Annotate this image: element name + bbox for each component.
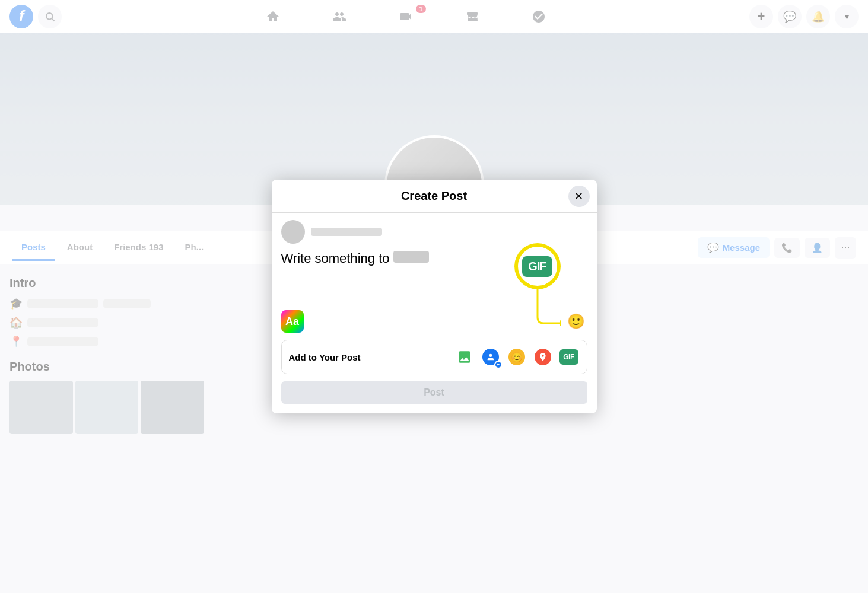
add-feeling-button[interactable]: 😊 bbox=[506, 346, 527, 368]
add-tag-button[interactable]: + bbox=[480, 346, 501, 368]
modal-close-button[interactable]: ✕ bbox=[568, 186, 590, 207]
text-format-bar: Aa 🙂 bbox=[272, 310, 597, 340]
post-button[interactable]: Post bbox=[281, 381, 587, 404]
modal-header: Create Post ✕ bbox=[272, 180, 597, 213]
add-gif-button[interactable]: GIF bbox=[558, 346, 580, 368]
modal-placeholder-text: Write something to bbox=[281, 251, 390, 266]
emoji-icon: 🙂 bbox=[567, 313, 585, 330]
add-to-post-bar: Add to Your Post + 😊 GIF bbox=[281, 340, 587, 374]
modal-content-area: Write something to GIF Aa 🙂 bbox=[272, 251, 597, 340]
modal-textarea[interactable]: Write something to bbox=[272, 251, 597, 310]
modal-username-blur bbox=[311, 228, 382, 236]
add-post-label: Add to Your Post bbox=[289, 352, 449, 362]
gif-icon-label: GIF bbox=[563, 353, 574, 361]
modal-user-row bbox=[272, 213, 597, 251]
add-location-button[interactable] bbox=[532, 346, 554, 368]
modal-target-name-blur bbox=[393, 251, 429, 263]
text-format-button[interactable]: Aa bbox=[281, 310, 304, 333]
modal-title: Create Post bbox=[401, 189, 467, 203]
emoji-button[interactable]: 🙂 bbox=[565, 310, 587, 333]
create-post-modal: Create Post ✕ Write something to GIF Aa bbox=[272, 180, 597, 413]
format-aa-label: Aa bbox=[285, 315, 299, 328]
modal-user-avatar bbox=[281, 220, 305, 244]
add-photo-button[interactable] bbox=[454, 346, 475, 368]
